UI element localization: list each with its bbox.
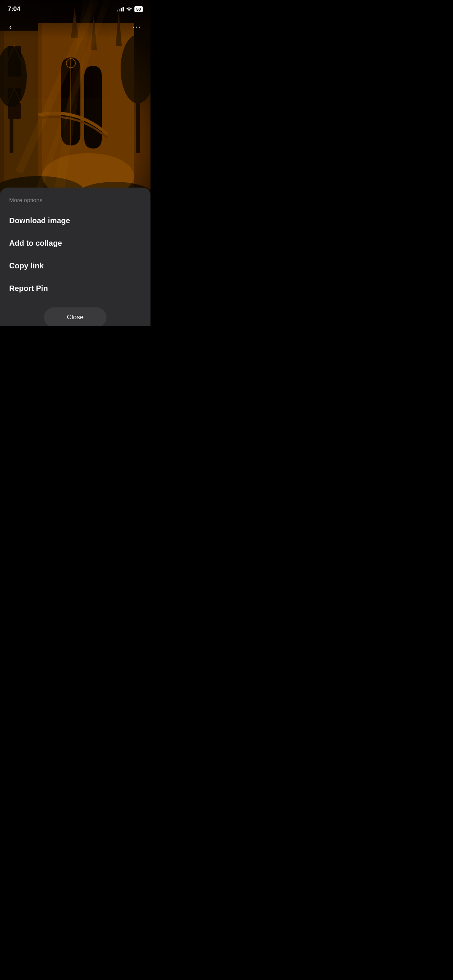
copy-link-button[interactable]: Copy link	[0, 255, 150, 277]
status-time: 7:04	[8, 5, 20, 13]
svg-rect-15	[10, 107, 13, 153]
pin-image	[0, 0, 150, 203]
battery-icon: 50	[134, 6, 143, 12]
close-button[interactable]: Close	[44, 307, 106, 326]
svg-rect-17	[136, 103, 140, 153]
status-icons: 50	[117, 6, 143, 12]
download-image-button[interactable]: Download image	[0, 209, 150, 232]
wifi-icon	[126, 6, 132, 12]
add-to-collage-button[interactable]: Add to collage	[0, 232, 150, 255]
report-pin-button[interactable]: Report Pin	[0, 277, 150, 300]
signal-icon	[117, 7, 124, 11]
more-options-button[interactable]: ···	[129, 19, 144, 34]
bottom-sheet: More options Download image Add to colla…	[0, 188, 150, 326]
back-button[interactable]: ‹	[6, 19, 15, 35]
status-bar: 7:04 50	[0, 0, 150, 16]
more-options-label: More options	[0, 197, 150, 209]
